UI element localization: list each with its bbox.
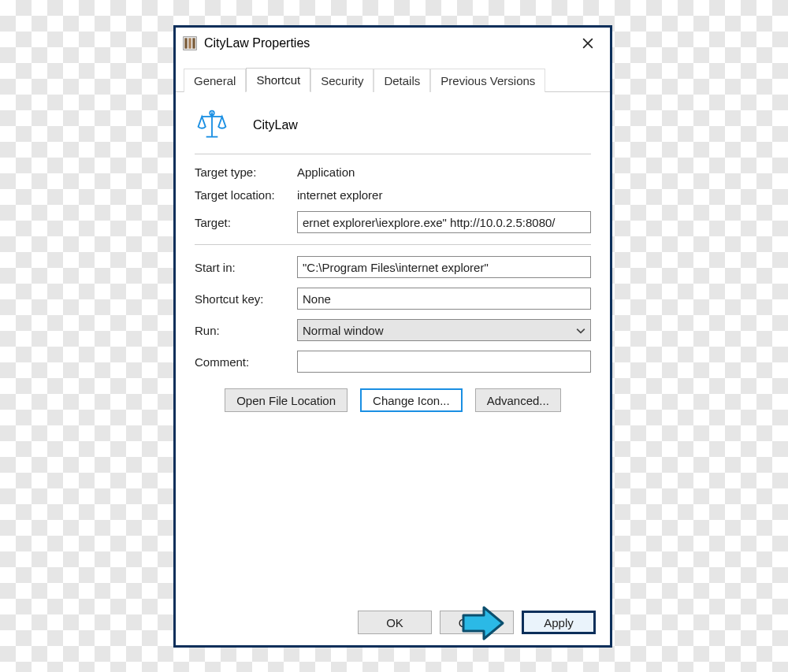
ok-button[interactable]: OK xyxy=(358,611,432,634)
comment-label: Comment: xyxy=(195,355,297,369)
comment-input[interactable] xyxy=(297,351,591,373)
tab-previous-versions[interactable]: Previous Versions xyxy=(430,69,545,92)
shortcutkey-input[interactable] xyxy=(297,288,591,310)
titlebar: CityLaw Properties xyxy=(176,28,610,59)
scales-icon xyxy=(195,108,229,143)
footer-buttons: OK Cancel Apply xyxy=(176,611,610,634)
shortcutkey-label: Shortcut key: xyxy=(195,292,297,306)
target-input[interactable] xyxy=(297,211,591,233)
tab-shortcut[interactable]: Shortcut xyxy=(246,68,310,92)
run-row: Run: Normal window xyxy=(195,319,591,341)
run-select[interactable]: Normal window xyxy=(297,319,591,341)
tab-bar: General Shortcut Security Details Previo… xyxy=(176,64,610,92)
header-row: CityLaw xyxy=(195,108,591,143)
close-button[interactable] xyxy=(572,32,604,55)
apply-button[interactable]: Apply xyxy=(522,611,596,634)
shortcut-name: CityLaw xyxy=(253,118,298,132)
target-label: Target: xyxy=(195,216,297,229)
separator xyxy=(195,244,591,245)
target-location-row: Target location: internet explorer xyxy=(195,188,591,202)
target-type-row: Target type: Application xyxy=(195,165,591,179)
shortcutkey-row: Shortcut key: xyxy=(195,288,591,310)
startin-row: Start in: xyxy=(195,256,591,278)
comment-row: Comment: xyxy=(195,351,591,373)
svg-rect-2 xyxy=(188,38,191,48)
separator xyxy=(195,154,591,154)
svg-rect-1 xyxy=(184,38,187,48)
tab-general[interactable]: General xyxy=(184,69,246,92)
svg-rect-3 xyxy=(192,38,195,48)
target-type-label: Target type: xyxy=(195,165,297,179)
mid-button-row: Open File Location Change Icon... Advanc… xyxy=(195,388,591,412)
tab-security[interactable]: Security xyxy=(310,69,374,92)
target-row: Target: xyxy=(195,211,591,233)
advanced-button[interactable]: Advanced... xyxy=(475,388,561,412)
shortcut-tab-content: CityLaw Target type: Application Target … xyxy=(176,92,610,412)
window-title: CityLaw Properties xyxy=(204,36,572,50)
target-location-label: Target location: xyxy=(195,188,297,202)
run-label: Run: xyxy=(195,324,297,337)
close-icon xyxy=(582,38,593,49)
chevron-down-icon xyxy=(576,325,585,336)
tab-details[interactable]: Details xyxy=(374,69,430,92)
cancel-button[interactable]: Cancel xyxy=(440,611,514,634)
run-value: Normal window xyxy=(303,324,384,337)
startin-input[interactable] xyxy=(297,256,591,278)
open-file-location-button[interactable]: Open File Location xyxy=(225,388,348,412)
change-icon-button[interactable]: Change Icon... xyxy=(360,388,463,412)
target-type-value: Application xyxy=(297,165,355,179)
app-icon xyxy=(182,35,198,51)
target-location-value: internet explorer xyxy=(297,188,382,202)
properties-dialog: CityLaw Properties General Shortcut Secu… xyxy=(173,25,612,648)
startin-label: Start in: xyxy=(195,261,297,274)
